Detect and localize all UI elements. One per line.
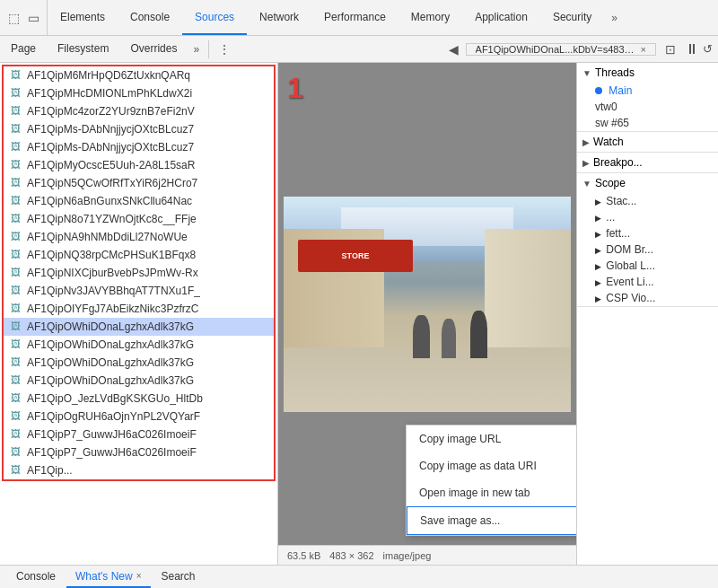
subtab-page[interactable]: Page [0, 36, 47, 62]
file-name: AF1QipOWhiDOnaLgzhxAdlk37kG [27, 338, 194, 351]
image-info-bar: 63.5 kB 483 × 362 image/jpeg [278, 545, 576, 565]
list-item[interactable]: 🖼 AF1QipMs-DAbNnjjycjOXtcBLcuz7 [4, 120, 274, 138]
scope-global-arrow: ▶ [595, 262, 601, 271]
file-icon: 🖼 [11, 428, 23, 441]
breakpoints-section-header[interactable]: ▶ Breakpo... [577, 153, 718, 172]
list-item[interactable]: 🖼 AF1QipN5QCwOfRfTxYiR6j2HCro7 [4, 174, 274, 192]
threads-section-header[interactable]: ▼ Threads [577, 63, 718, 83]
file-name: AF1QipNv3JAVYBBhqAT7TNXu1F_ [27, 285, 200, 297]
file-name: AF1QipN8o71YZWnOjtKc8c__FFje [27, 213, 197, 225]
main-content: 🖼 AF1QipM6MrHpQD6ZtUxknQARq 🖼 AF1QipMHcD… [0, 63, 718, 565]
scope-dom-arrow: ▶ [595, 246, 601, 255]
list-item[interactable]: 🖼 AF1QipMs-DAbNnjjycjOXtcBLcuz7 [4, 138, 274, 156]
scope-section-header[interactable]: ▼ Scope [577, 173, 718, 193]
thread-main[interactable]: Main [577, 83, 718, 99]
breakpoints-label: Breakpo... [593, 156, 643, 169]
thread-active-dot [595, 87, 602, 94]
thread-vtw0[interactable]: vtw0 [577, 99, 718, 115]
context-menu-copy-data-uri[interactable]: Copy image as data URI [407, 452, 576, 479]
tab-performance[interactable]: Performance [311, 0, 398, 35]
list-item[interactable]: 🖼 AF1QipO_JezLVdBgKSKGUo_HltDb [4, 390, 274, 408]
file-tab-close-button[interactable]: × [641, 44, 646, 55]
tab-security[interactable]: Security [540, 0, 604, 35]
image-preview: STORE [284, 197, 571, 412]
context-menu-copy-url[interactable]: Copy image URL [407, 426, 576, 452]
breakpoints-arrow-icon: ▶ [582, 158, 590, 168]
scope-dots-label: ... [606, 211, 615, 224]
image-dimensions: 483 × 362 [329, 550, 373, 561]
nav-tabs: Elements Console Sources Network Perform… [48, 0, 718, 35]
active-file-tab[interactable]: AF1QipOWhiDOnaL...kDbV=s483-k-no × [466, 43, 656, 56]
list-item[interactable]: 🖼 AF1QipM6MrHpQD6ZtUxknQARq [4, 66, 274, 84]
expand-icon[interactable]: ⊡ [660, 42, 681, 57]
list-item[interactable]: 🖼 AF1QipMHcDMIONLmPhKLdwX2i [4, 84, 274, 102]
pause-button[interactable]: ⏸ [685, 41, 699, 57]
scope-item-csp[interactable]: ▶ CSP Vio... [577, 290, 718, 306]
scope-arrow-icon: ▼ [582, 179, 591, 189]
scope-item-event[interactable]: ▶ Event Li... [577, 274, 718, 290]
context-menu-save-as[interactable]: Save image as... [407, 506, 576, 535]
refresh-icon[interactable]: ↺ [703, 42, 713, 56]
bottom-tab-whatsnew[interactable]: What's New × [66, 566, 150, 588]
subtab-filesystem[interactable]: Filesystem [47, 36, 119, 62]
file-icon: 🖼 [11, 123, 23, 136]
list-item[interactable]: 🖼 AF1QipN8o71YZWnOjtKc8c__FFje [4, 210, 274, 228]
list-item[interactable]: 🖼 AF1QipOgRUH6aOjnYnPL2VQYarF [4, 408, 274, 426]
list-item[interactable]: 🖼 AF1QipP7_GuwwJH6aC026ImoeiF [4, 443, 274, 461]
file-icon: 🖼 [11, 267, 23, 279]
list-item[interactable]: 🖼 AF1QipOWhiDOnaLgzhxAdlk37kG [4, 336, 274, 354]
tab-application[interactable]: Application [462, 0, 540, 35]
file-name: AF1QipN6aBnGunxSNkCllu64Nac [27, 195, 192, 207]
panel-section-scope: ▼ Scope ▶ Stac... ▶ ... ▶ fett... ▶ DOM … [577, 173, 718, 307]
toolbar-menu-icon[interactable]: ⋮ [213, 42, 236, 57]
scope-item-fett[interactable]: ▶ fett... [577, 225, 718, 241]
file-icon: 🖼 [11, 285, 23, 297]
thread-sw[interactable]: sw #65 [577, 115, 718, 131]
threads-label: Threads [595, 66, 635, 79]
bottom-tab-search[interactable]: Search [153, 566, 205, 588]
scope-item-dots[interactable]: ▶ ... [577, 209, 718, 225]
list-item[interactable]: 🖼 AF1QipNQ38rpCMcPHSuK1BFqx8 [4, 246, 274, 264]
context-menu: Copy image URL Copy image as data URI Op… [406, 425, 576, 536]
list-item[interactable]: 🖼 AF1QipOIYFgJ7AbEikzNikc3PzfrzC [4, 300, 274, 318]
file-icon: 🖼 [11, 69, 23, 82]
file-icon: 🖼 [11, 195, 23, 207]
list-item[interactable]: 🖼 AF1QipNIXCjburBvebPsJPmWv-Rx [4, 264, 274, 282]
list-item[interactable]: 🖼 AF1QipP7_GuwwJH6aC026ImoeiF [4, 426, 274, 443]
tab-console[interactable]: Console [118, 0, 182, 35]
tab-sources[interactable]: Sources [182, 0, 247, 35]
list-item[interactable]: 🖼 AF1QipNA9hNMbDdiLl27NoWUe [4, 228, 274, 246]
tab-memory[interactable]: Memory [398, 0, 462, 35]
file-name: AF1QipMHcDMIONLmPhKLdwX2i [27, 87, 192, 100]
list-item[interactable]: 🖼 AF1QipOWhiDOnaLgzhxAdlk37kG [4, 372, 274, 390]
list-item[interactable]: 🖼 AF1QipMc4zorZ2YUr9znB7eFi2nV [4, 102, 274, 120]
device-icon[interactable]: ▭ [25, 10, 41, 26]
list-item[interactable]: 🖼 AF1QipNv3JAVYBBhqAT7TNXu1F_ [4, 282, 274, 300]
bottom-whatsnew-close[interactable]: × [136, 571, 142, 581]
context-menu-open-tab[interactable]: Open image in new tab [407, 479, 576, 506]
more-tabs-icon[interactable]: » [604, 0, 625, 35]
inspect-icon[interactable]: ⬚ [5, 10, 22, 26]
nav-left-icon[interactable]: ◀ [445, 42, 462, 57]
bottom-console-label: Console [16, 570, 56, 583]
list-item[interactable]: 🖼 AF1QipMyOcscE5Uuh-2A8L15saR [4, 156, 274, 174]
scope-item-global[interactable]: ▶ Global L... [577, 258, 718, 274]
list-item[interactable]: 🖼 AF1QipN6aBnGunxSNkCllu64Nac [4, 192, 274, 210]
scope-global-label: Global L... [606, 259, 655, 272]
file-icon: 🖼 [11, 231, 23, 243]
subtab-overrides[interactable]: Overrides [119, 36, 188, 62]
list-item[interactable]: 🖼 AF1Qip... [4, 461, 274, 479]
thread-vtw0-label: vtw0 [595, 101, 617, 113]
watch-section-header[interactable]: ▶ Watch [577, 132, 718, 152]
bottom-tab-console[interactable]: Console [7, 566, 65, 588]
scope-dots-arrow: ▶ [595, 214, 601, 223]
subtab-more-icon[interactable]: » [188, 43, 205, 56]
scope-item-stac[interactable]: ▶ Stac... [577, 193, 718, 209]
list-item[interactable]: 🖼 AF1QipOWhiDOnaLgzhxAdlk37kG [4, 354, 274, 372]
tab-network[interactable]: Network [247, 0, 311, 35]
thread-sw-label: sw #65 [595, 117, 629, 129]
bottom-search-label: Search [162, 570, 196, 583]
tab-elements[interactable]: Elements [48, 0, 118, 35]
scope-item-dom[interactable]: ▶ DOM Br... [577, 241, 718, 258]
list-item[interactable]: 🖼 AF1QipOWhiDOnaLgzhxAdlk37kG [4, 318, 274, 336]
